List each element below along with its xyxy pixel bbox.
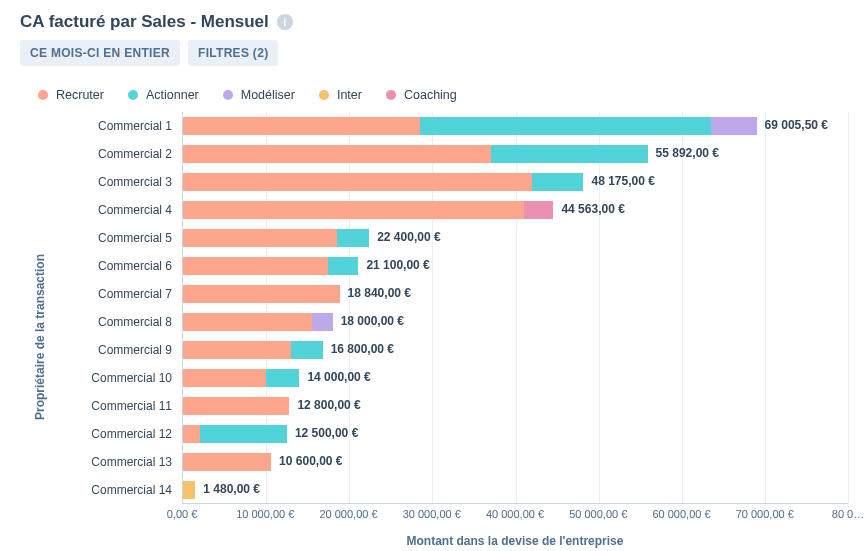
bar-segment-recruter[interactable] [183,145,491,163]
bar-total-label: 22 400,00 € [377,230,440,244]
bar-segment-recruter[interactable] [183,397,289,415]
bar-segment-recruter[interactable] [183,341,291,359]
legend-swatch [223,90,233,100]
bar-total-label: 18 000,00 € [341,314,404,328]
x-tick-label: 70 000,00 € [736,508,794,520]
bar-segment-actionner[interactable] [328,257,358,275]
bar-total-label: 14 000,00 € [307,370,370,384]
legend-item-actionner[interactable]: Actionner [128,88,199,102]
y-axis-label: Propriétaire de la transaction [33,254,47,420]
bar-segment-recruter[interactable] [183,229,337,247]
category-label: Commercial 8 [54,315,182,329]
bar-total-label: 69 005,50 € [765,118,828,132]
bar-total-label: 21 100,00 € [366,258,429,272]
category-label: Commercial 9 [54,343,182,357]
category-label: Commercial 11 [54,399,182,413]
category-label: Commercial 14 [54,483,182,497]
bar-total-label: 16 800,00 € [331,342,394,356]
legend-swatch [128,90,138,100]
category-label: Commercial 3 [54,175,182,189]
page-title: CA facturé par Sales - Mensuel [20,12,269,32]
x-tick-label: 60 000,00 € [652,508,710,520]
x-tick-label: 0,00 € [167,508,198,520]
legend-swatch [386,90,396,100]
bar-segment-recruter[interactable] [183,257,328,275]
bar-segment-modéliser[interactable] [312,313,333,331]
legend: RecruterActionnerModéliserInterCoaching [38,88,848,102]
legend-label: Inter [337,88,362,102]
x-tick-label: 30 000,00 € [403,508,461,520]
bar-segment-recruter[interactable] [183,425,200,443]
category-label: Commercial 10 [54,371,182,385]
legend-label: Modéliser [241,88,295,102]
bar-total-label: 12 800,00 € [297,398,360,412]
bar-segment-recruter[interactable] [183,369,266,387]
bar-total-label: 18 840,00 € [348,286,411,300]
legend-label: Actionner [146,88,199,102]
bar-segment-actionner[interactable] [532,173,583,191]
bar-segment-recruter[interactable] [183,453,271,471]
bar-total-label: 10 600,00 € [279,454,342,468]
x-tick-label: 50 000,00 € [569,508,627,520]
bar-segment-actionner[interactable] [291,341,323,359]
bar-total-label: 55 892,00 € [656,146,719,160]
bar-segment-actionner[interactable] [337,229,369,247]
bar-segment-recruter[interactable] [183,117,420,135]
category-label: Commercial 12 [54,427,182,441]
legend-label: Recruter [56,88,104,102]
legend-item-coaching[interactable]: Coaching [386,88,457,102]
category-label: Commercial 2 [54,147,182,161]
bar-segment-actionner[interactable] [491,145,648,163]
x-axis-label: Montant dans la devise de l'entreprise [182,534,848,548]
bar-segment-modéliser[interactable] [711,117,757,135]
x-tick-label: 20 000,00 € [319,508,377,520]
legend-item-recruter[interactable]: Recruter [38,88,104,102]
bar-segment-actionner[interactable] [200,425,287,443]
bar-segment-recruter[interactable] [183,285,340,303]
x-tick-label: 40 000,00 € [486,508,544,520]
x-tick-label: 80 0… [832,508,864,520]
bar-total-label: 44 563,00 € [561,202,624,216]
bar-segment-recruter[interactable] [183,173,532,191]
info-icon[interactable]: i [277,14,293,30]
bar-segment-actionner[interactable] [420,117,711,135]
chip-period[interactable]: CE MOIS-CI EN ENTIER [20,40,180,66]
bar-segment-inter[interactable] [183,481,195,499]
bar-total-label: 12 500,00 € [295,426,358,440]
bar-segment-coaching[interactable] [524,201,554,219]
bar-segment-recruter[interactable] [183,313,312,331]
plot-area: 69 005,50 €55 892,00 €48 175,00 €44 563,… [182,112,848,504]
bar-total-label: 48 175,00 € [591,174,654,188]
legend-item-modéliser[interactable]: Modéliser [223,88,295,102]
category-label: Commercial 13 [54,455,182,469]
chip-filters[interactable]: FILTRES (2) [188,40,278,66]
x-tick-label: 10 000,00 € [236,508,294,520]
bar-segment-actionner[interactable] [266,369,299,387]
legend-item-inter[interactable]: Inter [319,88,362,102]
bar-segment-recruter[interactable] [183,201,524,219]
category-label: Commercial 4 [54,203,182,217]
category-label: Commercial 5 [54,231,182,245]
bar-total-label: 1 480,00 € [203,482,260,496]
category-label: Commercial 1 [54,119,182,133]
category-label: Commercial 6 [54,259,182,273]
category-label: Commercial 7 [54,287,182,301]
legend-swatch [319,90,329,100]
legend-swatch [38,90,48,100]
legend-label: Coaching [404,88,457,102]
